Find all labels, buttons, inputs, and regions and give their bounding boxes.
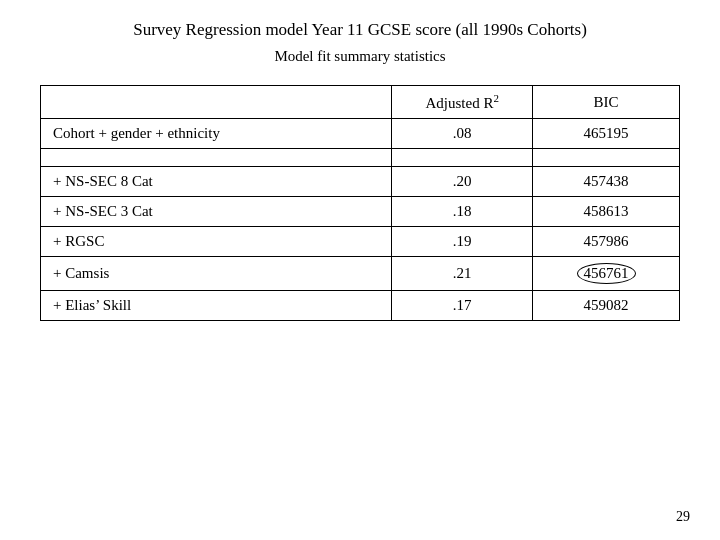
row-bic-camsis: 456761 (533, 257, 680, 291)
page-number: 29 (676, 509, 690, 525)
main-title: Survey Regression model Year 11 GCSE sco… (133, 20, 587, 40)
row-r2-camsis: .21 (392, 257, 533, 291)
row-bic-nssec8: 457438 (533, 167, 680, 197)
table-row: + NS-SEC 8 Cat .20 457438 (41, 167, 680, 197)
table-row: + RGSC .19 457986 (41, 227, 680, 257)
table-row: + Elias’ Skill .17 459082 (41, 291, 680, 321)
table-row: Cohort + gender + ethnicity .08 465195 (41, 119, 680, 149)
row-bic-cohort: 465195 (533, 119, 680, 149)
row-bic-rgsc: 457986 (533, 227, 680, 257)
row-label-elias: + Elias’ Skill (41, 291, 392, 321)
row-r2-cohort: .08 (392, 119, 533, 149)
table-row: + NS-SEC 3 Cat .18 458613 (41, 197, 680, 227)
subtitle: Model fit summary statistics (274, 48, 445, 65)
page-container: Survey Regression model Year 11 GCSE sco… (0, 0, 720, 540)
row-bic-elias: 459082 (533, 291, 680, 321)
adjusted-r2-label: Adjusted R2 (426, 95, 499, 111)
table-row: + Camsis .21 456761 (41, 257, 680, 291)
circled-value: 456761 (577, 263, 636, 284)
spacer-cell-1 (41, 149, 392, 167)
superscript-2: 2 (493, 92, 499, 104)
header-col-bic: BIC (533, 86, 680, 119)
spacer-row (41, 149, 680, 167)
spacer-cell-3 (533, 149, 680, 167)
header-col-r2: Adjusted R2 (392, 86, 533, 119)
table-wrapper: Adjusted R2 BIC Cohort + gender + ethnic… (40, 85, 680, 321)
row-r2-nssec8: .20 (392, 167, 533, 197)
row-label-cohort: Cohort + gender + ethnicity (41, 119, 392, 149)
row-r2-nssec3: .18 (392, 197, 533, 227)
row-label-nssec8: + NS-SEC 8 Cat (41, 167, 392, 197)
statistics-table: Adjusted R2 BIC Cohort + gender + ethnic… (40, 85, 680, 321)
row-r2-elias: .17 (392, 291, 533, 321)
row-r2-rgsc: .19 (392, 227, 533, 257)
row-label-rgsc: + RGSC (41, 227, 392, 257)
row-bic-nssec3: 458613 (533, 197, 680, 227)
row-label-nssec3: + NS-SEC 3 Cat (41, 197, 392, 227)
table-header-row: Adjusted R2 BIC (41, 86, 680, 119)
row-label-camsis: + Camsis (41, 257, 392, 291)
spacer-cell-2 (392, 149, 533, 167)
header-col-label (41, 86, 392, 119)
